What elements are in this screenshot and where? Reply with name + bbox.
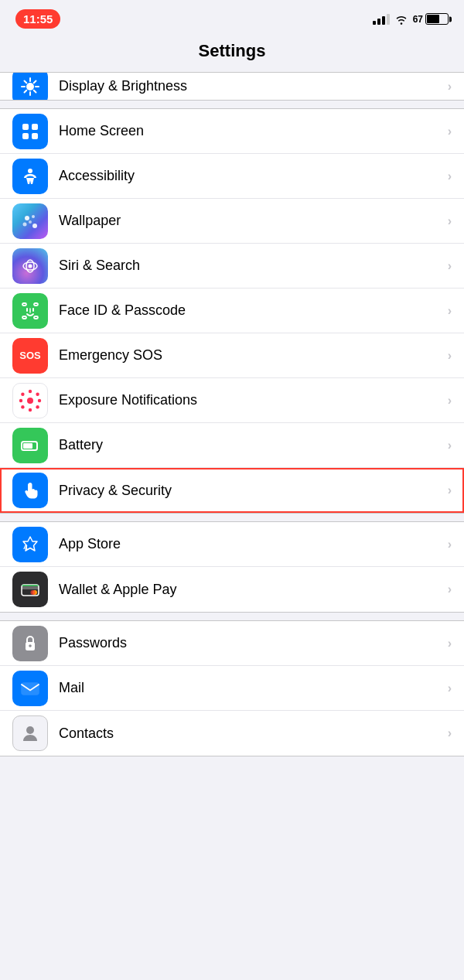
contacts-icon: [12, 715, 48, 751]
emergency-sos-label: Emergency SOS: [59, 347, 448, 364]
svg-rect-40: [23, 443, 32, 449]
settings-group-main: Home Screen › Accessibility ›: [0, 108, 464, 514]
svg-rect-22: [22, 303, 26, 306]
exposure-chevron: ›: [448, 394, 452, 408]
page-header: Settings: [0, 35, 464, 72]
svg-rect-9: [22, 124, 29, 130]
status-icons: 67: [373, 13, 449, 25]
contacts-chevron: ›: [448, 726, 452, 740]
svg-point-37: [21, 392, 24, 395]
svg-line-8: [25, 90, 27, 92]
svg-rect-10: [32, 124, 38, 130]
settings-item-wallet[interactable]: Wallet & Apple Pay ›: [0, 567, 464, 612]
svg-rect-24: [22, 316, 26, 319]
display-brightness-label: Display & Brightness: [59, 78, 448, 94]
svg-point-14: [25, 216, 29, 220]
wallet-chevron: ›: [448, 582, 452, 596]
svg-point-17: [32, 224, 37, 228]
settings-item-battery[interactable]: Battery ›: [0, 423, 464, 468]
exposure-label: Exposure Notifications: [59, 392, 448, 408]
settings-item-passwords[interactable]: Passwords ›: [0, 621, 464, 666]
settings-item-privacy-security[interactable]: Privacy & Security ›: [0, 468, 464, 513]
battery-settings-icon: [12, 428, 48, 463]
exposure-icon: [12, 383, 48, 418]
wallet-label: Wallet & Apple Pay: [59, 582, 448, 598]
mail-label: Mail: [59, 680, 448, 696]
svg-point-34: [29, 408, 32, 411]
battery-icon: [425, 13, 449, 25]
settings-item-app-store[interactable]: A App Store ›: [0, 522, 464, 567]
svg-line-7: [34, 80, 36, 83]
settings-list: Display & Brightness ›: [0, 72, 464, 101]
settings-item-emergency-sos[interactable]: SOS Emergency SOS ›: [0, 333, 464, 378]
contacts-label: Contacts: [59, 726, 448, 742]
wallpaper-icon: [12, 203, 48, 239]
settings-item-face-id[interactable]: Face ID & Passcode ›: [0, 289, 464, 333]
wallpaper-chevron: ›: [448, 214, 452, 228]
settings-list-main: Home Screen › Accessibility ›: [0, 108, 464, 514]
siri-search-label: Siri & Search: [59, 258, 448, 274]
svg-line-6: [34, 90, 36, 92]
status-time: 11:55: [15, 9, 60, 29]
display-brightness-chevron: ›: [448, 80, 452, 94]
settings-item-siri-search[interactable]: Siri & Search ›: [0, 244, 464, 289]
svg-point-13: [28, 169, 32, 173]
app-store-label: App Store: [59, 536, 448, 552]
wallet-icon: [12, 572, 48, 607]
settings-list-store: A App Store ›: [0, 521, 464, 613]
mail-chevron: ›: [448, 681, 452, 695]
settings-item-home-screen[interactable]: Home Screen ›: [0, 109, 464, 154]
emergency-sos-chevron: ›: [448, 349, 452, 363]
face-id-chevron: ›: [448, 304, 452, 318]
wifi-icon: [394, 14, 408, 25]
svg-rect-11: [22, 133, 29, 139]
svg-rect-43: [22, 586, 39, 589]
wallpaper-label: Wallpaper: [59, 213, 448, 229]
accessibility-label: Accessibility: [59, 168, 448, 184]
settings-item-exposure[interactable]: Exposure Notifications ›: [0, 378, 464, 423]
svg-line-5: [25, 80, 27, 83]
settings-group-apps: Passwords › Mail › Contacts ›: [0, 620, 464, 756]
settings-item-mail[interactable]: Mail ›: [0, 666, 464, 711]
svg-rect-23: [34, 303, 38, 306]
svg-point-0: [26, 83, 34, 90]
svg-point-18: [29, 220, 32, 224]
home-screen-label: Home Screen: [59, 123, 448, 139]
svg-point-33: [36, 405, 39, 408]
emergency-sos-icon: SOS: [12, 338, 48, 374]
svg-point-16: [23, 222, 27, 226]
face-id-label: Face ID & Passcode: [59, 302, 448, 319]
svg-point-15: [32, 215, 35, 218]
display-brightness-icon: [12, 73, 48, 100]
svg-rect-25: [34, 316, 38, 319]
settings-group-display: Display & Brightness ›: [0, 72, 464, 101]
svg-point-50: [26, 726, 34, 734]
siri-search-chevron: ›: [448, 259, 452, 273]
settings-item-display-brightness[interactable]: Display & Brightness ›: [0, 73, 464, 100]
mail-icon: [12, 671, 48, 706]
settings-item-accessibility[interactable]: Accessibility ›: [0, 154, 464, 199]
passwords-label: Passwords: [59, 635, 448, 651]
app-store-icon: A: [12, 527, 48, 562]
face-id-icon: [12, 293, 48, 329]
svg-point-30: [29, 389, 32, 392]
passwords-chevron: ›: [448, 637, 452, 650]
privacy-security-chevron: ›: [448, 483, 452, 497]
home-screen-icon: [12, 114, 48, 149]
privacy-security-label: Privacy & Security: [59, 483, 448, 499]
battery-percent: 67: [413, 14, 423, 25]
app-store-chevron: ›: [448, 538, 452, 551]
settings-item-wallpaper[interactable]: Wallpaper ›: [0, 199, 464, 244]
home-screen-chevron: ›: [448, 125, 452, 138]
svg-point-31: [36, 392, 39, 395]
signal-icon: [373, 14, 390, 25]
svg-point-38: [27, 398, 33, 404]
siri-icon: [12, 248, 48, 284]
accessibility-icon: [12, 159, 48, 194]
settings-group-store: A App Store ›: [0, 521, 464, 613]
svg-rect-12: [32, 133, 38, 139]
svg-rect-46: [22, 585, 39, 586]
svg-point-45: [31, 590, 36, 595]
battery-indicator: 67: [413, 13, 449, 25]
settings-item-contacts[interactable]: Contacts ›: [0, 711, 464, 756]
